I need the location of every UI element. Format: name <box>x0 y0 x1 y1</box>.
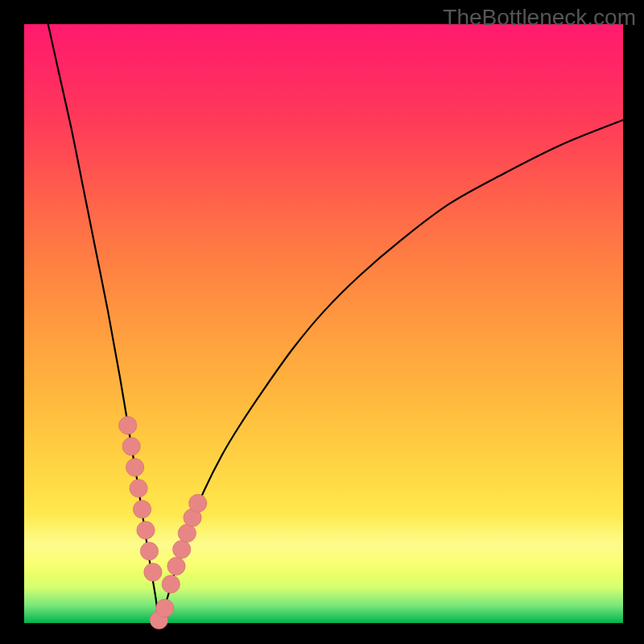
data-marker <box>137 522 155 539</box>
data-marker <box>144 564 162 581</box>
data-marker <box>167 557 185 575</box>
data-marker <box>156 599 174 617</box>
data-marker <box>119 416 137 434</box>
chart-frame: TheBottleneck.com <box>0 0 644 644</box>
data-marker <box>162 575 180 592</box>
data-marker <box>126 458 143 476</box>
data-marker <box>130 479 147 497</box>
data-marker <box>133 500 151 518</box>
marker-group <box>119 416 207 629</box>
data-marker <box>189 494 207 512</box>
plot-area <box>24 24 623 623</box>
data-marker <box>178 524 196 542</box>
chart-svg <box>24 24 623 623</box>
data-marker <box>140 543 158 560</box>
bottleneck-curve <box>48 24 623 624</box>
data-marker <box>122 437 140 455</box>
data-marker <box>173 540 191 558</box>
watermark-text: TheBottleneck.com <box>443 5 636 31</box>
